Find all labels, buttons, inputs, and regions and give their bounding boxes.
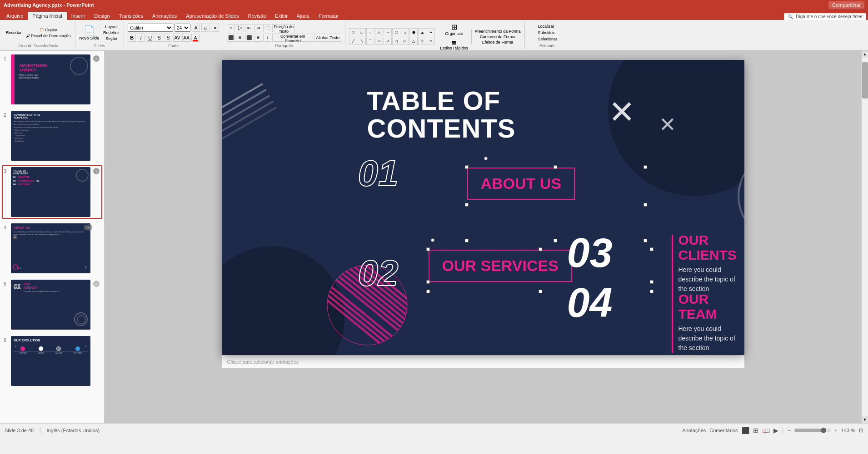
handle-bc-01[interactable] — [554, 239, 557, 242]
handle-bl-02[interactable] — [426, 290, 430, 293]
search-box[interactable]: 🔍 Diga-me o que você deseja fazer — [784, 13, 866, 20]
underline-button[interactable]: U — [146, 34, 154, 42]
toc-label-box-02[interactable]: OUR SERVICES — [429, 250, 572, 282]
handle-bc-02[interactable] — [539, 290, 542, 293]
slide-thumb-5[interactable]: 5 01 OURAGENCY You could enter a subtitl… — [2, 278, 102, 331]
zoom-slider[interactable] — [794, 429, 831, 432]
selecionar-button[interactable]: Selecionar — [537, 36, 558, 42]
shape-arrow[interactable]: → — [384, 28, 392, 36]
layout-button[interactable]: Layout — [102, 24, 121, 30]
shape-6[interactable]: ⌂ — [401, 28, 409, 36]
strikethrough-button[interactable]: S — [155, 34, 163, 42]
substituir-button[interactable]: Substituir — [537, 30, 558, 35]
handle-tl-01[interactable] — [465, 165, 469, 169]
zoom-in-button[interactable]: + — [834, 427, 838, 434]
copiar-button[interactable]: 📋 Copiar — [25, 27, 72, 33]
handle-br-02[interactable] — [650, 290, 653, 293]
num-list-button[interactable]: 1≡ — [236, 24, 244, 32]
preenchimento-button[interactable]: Preenchimento da Forma — [474, 29, 521, 34]
handle-ml-02[interactable] — [426, 280, 430, 284]
handle-tc-01[interactable] — [554, 165, 557, 169]
efeitos-button[interactable]: Efeitos de Forma — [474, 40, 521, 44]
increase-font-button[interactable]: A — [192, 24, 200, 32]
zoom-out-button[interactable]: − — [788, 427, 791, 434]
handle-tc-02[interactable] — [539, 247, 542, 251]
font-size-input2[interactable]: AA — [182, 34, 190, 42]
shape-15[interactable]: ⊓ — [427, 37, 435, 45]
tab-pagina-inicial[interactable]: Página Inicial — [28, 12, 66, 20]
pincel-button[interactable]: 🖌 Pincel de Formatação — [25, 33, 72, 39]
handle-ml-01[interactable] — [465, 203, 469, 207]
clear-format-button[interactable]: ✕ — [211, 24, 219, 32]
secao-button[interactable]: Seção — [102, 36, 121, 41]
localizar-button[interactable]: Localizar — [537, 24, 558, 29]
slide-close-4[interactable]: × — [86, 224, 92, 231]
shape-line1[interactable]: ╱ — [349, 37, 357, 45]
tab-animacoes[interactable]: Animações — [148, 12, 181, 20]
slide-thumb-1[interactable]: 1 ADVERTISINGAGENCY Here is where yourpr… — [2, 53, 102, 106]
contorno-button[interactable]: Contorno da Forma — [474, 35, 521, 39]
shape-12[interactable]: ▷ — [401, 37, 409, 45]
toc-label-box-01[interactable]: ABOUT US — [467, 168, 575, 200]
text-dir-button[interactable]: Direção do Texto — [272, 24, 295, 32]
char-spacing-button[interactable]: AV — [173, 34, 181, 42]
slides-panel[interactable]: 1 ADVERTISINGAGENCY Here is where yourpr… — [0, 51, 105, 423]
slideshow-button[interactable]: ▶ — [773, 427, 778, 434]
shape-10[interactable]: ⊿ — [384, 37, 392, 45]
decrease-indent-button[interactable]: ⇤ — [245, 24, 253, 32]
slide-close-1[interactable]: × — [93, 55, 100, 62]
slide-thumb-6[interactable]: 6 OUR EVOLUTION JUPITER — [2, 334, 102, 388]
font-family-select[interactable]: Calibri — [128, 24, 173, 32]
tab-ajuda[interactable]: Ajuda — [292, 12, 314, 20]
shape-14[interactable]: ▽ — [418, 37, 426, 45]
shape-9[interactable]: ✦ — [427, 28, 435, 36]
handle-rotate-01[interactable] — [484, 157, 488, 160]
shape-5[interactable]: ⬡ — [392, 28, 400, 36]
shape-line3[interactable]: ⌒ — [366, 37, 374, 45]
novo-slide-button[interactable]: 📄 Novo Slide — [78, 24, 101, 41]
fit-window-button[interactable]: ⊡ — [859, 427, 863, 434]
shape-rect2[interactable]: ▭ — [358, 28, 366, 36]
slide-close-3[interactable]: × — [93, 168, 100, 174]
share-label[interactable]: Compartilhar — [828, 1, 864, 9]
tab-inserir[interactable]: Inserir — [67, 12, 90, 20]
handle-tr-02[interactable] — [650, 247, 653, 251]
slide-close-5[interactable]: × — [93, 281, 100, 287]
shape-8[interactable]: ☁ — [418, 28, 426, 36]
recortar-button[interactable]: Recortar — [5, 30, 23, 36]
notes-button[interactable]: Anotações — [682, 428, 706, 433]
slide-sorter-button[interactable]: ⊞ — [753, 427, 758, 434]
convert-smartart-button[interactable]: Converter em SmartArt — [272, 34, 313, 42]
shape-round[interactable]: ○ — [366, 28, 374, 36]
line-spacing-button[interactable]: ↕ — [263, 34, 271, 42]
shape-rect1[interactable]: □ — [349, 28, 357, 36]
shape-line2[interactable]: ╲ — [358, 37, 366, 45]
estilos-rapidos-button[interactable]: ≣ Estilos Rápidos — [438, 38, 470, 51]
scroll-up-button[interactable]: ▲ — [862, 51, 868, 58]
handle-tl-02[interactable] — [426, 247, 430, 251]
organizar-button[interactable]: ⊞ Organizar — [438, 22, 470, 37]
handle-br-01[interactable] — [644, 239, 647, 242]
increase-indent-button[interactable]: ⇥ — [254, 24, 262, 32]
handle-mr-01[interactable] — [644, 203, 647, 207]
shape-tri[interactable]: △ — [375, 28, 383, 36]
bullet-list-button[interactable]: ≡ — [227, 24, 235, 32]
scroll-thumb[interactable] — [862, 62, 868, 99]
tab-design[interactable]: Design — [90, 12, 114, 20]
normal-view-button[interactable]: ⬛ — [742, 427, 749, 434]
justify-button[interactable]: ≡ — [254, 34, 262, 42]
comments-button[interactable]: Comentários — [709, 428, 738, 433]
tab-exibir[interactable]: Exibir — [270, 12, 292, 20]
tab-revisao[interactable]: Revisão — [244, 12, 271, 20]
handle-bl-01[interactable] — [465, 239, 469, 242]
slide-thumb-2[interactable]: 2 CONTENTS OF THISTEMPLATE A little furt… — [2, 109, 102, 163]
font-color-button[interactable]: A — [191, 34, 200, 42]
handle-mr-02[interactable] — [650, 280, 653, 284]
reading-view-button[interactable]: 📖 — [762, 427, 770, 434]
tab-arquivo[interactable]: Arquivo — [2, 12, 28, 20]
scroll-down-button[interactable]: ▼ — [862, 416, 868, 423]
align-center-button[interactable]: ≡ — [236, 34, 244, 42]
font-size-select[interactable]: 24 — [175, 24, 190, 32]
shape-7[interactable]: ⬟ — [409, 28, 418, 36]
bold-button[interactable]: B — [128, 34, 136, 42]
